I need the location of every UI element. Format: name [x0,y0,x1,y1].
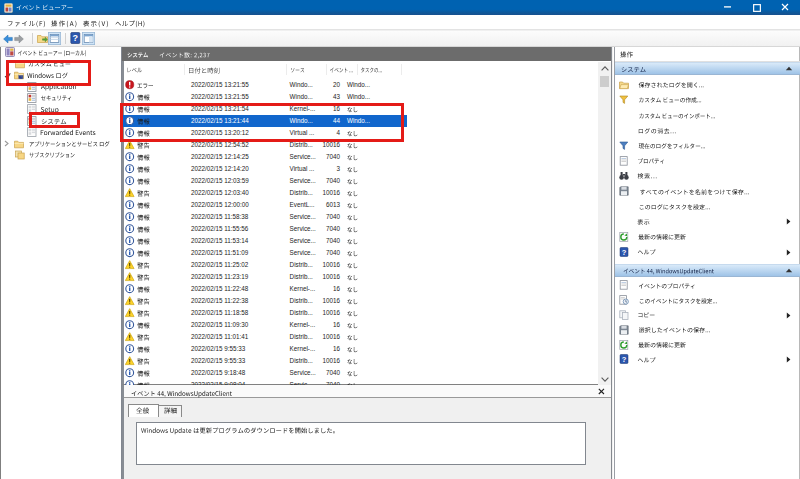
svg-text:?: ? [621,355,626,364]
svg-text:?: ? [73,33,79,43]
svg-text:?: ? [621,248,626,257]
